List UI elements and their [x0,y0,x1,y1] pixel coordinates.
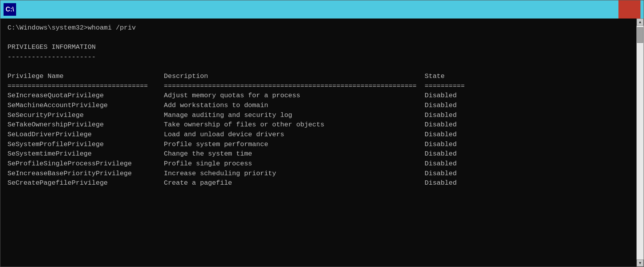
scrollbar[interactable]: ▲ ▼ [637,19,644,267]
app-icon: C:\ [4,3,16,16]
scroll-up-arrow[interactable]: ▲ [637,19,644,26]
terminal-output[interactable]: C:\Windows\system32>whoami /priv PRIVILE… [0,19,637,267]
scrollbar-thumb[interactable] [637,27,643,43]
minimize-button[interactable] [574,0,596,19]
titlebar: C:\ [0,0,644,19]
scroll-down-arrow[interactable]: ▼ [637,260,644,267]
scrollbar-track[interactable] [637,26,644,260]
close-button[interactable] [618,0,640,19]
window: C:\ C:\Windows\system32>whoami /priv PRI… [0,0,644,267]
main-content: C:\Windows\system32>whoami /priv PRIVILE… [0,19,644,267]
window-controls [574,0,640,19]
restore-button[interactable] [596,0,618,19]
